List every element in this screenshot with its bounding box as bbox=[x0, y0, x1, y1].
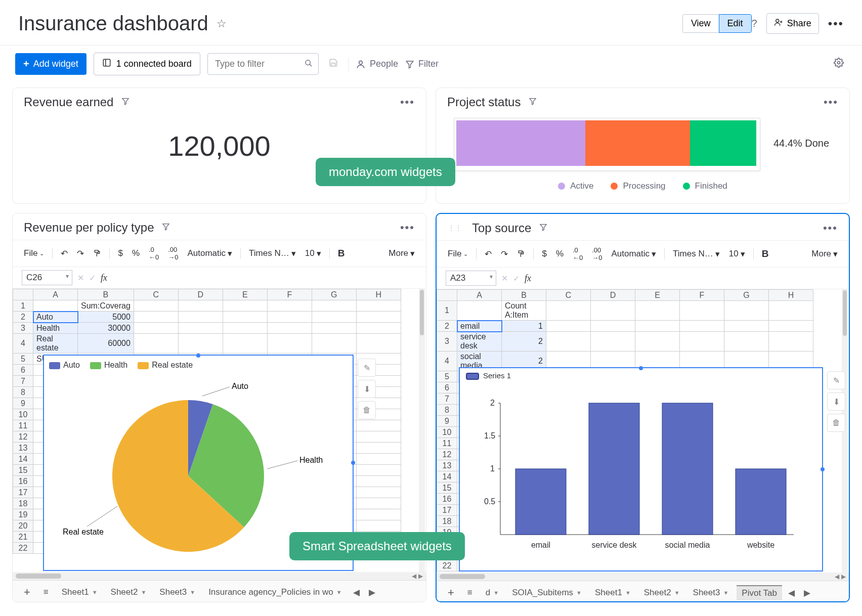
sheet-tab[interactable]: Pivot Tab bbox=[737, 585, 782, 600]
sheet-tab[interactable]: Insurance agency_Policies in wo ▼ bbox=[203, 585, 347, 599]
favorite-star-icon[interactable]: ☆ bbox=[217, 17, 227, 30]
cell[interactable]: 60000 bbox=[78, 334, 134, 354]
funnel-icon[interactable] bbox=[121, 97, 130, 108]
format-paint-icon[interactable] bbox=[91, 248, 103, 259]
sheet-tab[interactable]: Sheet2 ▼ bbox=[639, 586, 685, 600]
resize-handle-icon[interactable] bbox=[351, 461, 355, 465]
undo-icon[interactable]: ↶ bbox=[483, 247, 494, 261]
sheets-menu-icon[interactable]: ≡ bbox=[38, 585, 54, 599]
sheet-tab[interactable]: Sheet3 ▼ bbox=[688, 586, 734, 600]
undo-icon[interactable]: ↶ bbox=[59, 247, 70, 260]
cancel-formula-icon[interactable]: ✕ bbox=[501, 274, 508, 283]
cell[interactable]: 2 bbox=[502, 332, 546, 351]
embedded-bar-chart[interactable]: Series 1 0.5 1 1.5 2 bbox=[459, 367, 823, 571]
redo-icon[interactable]: ↷ bbox=[75, 247, 86, 260]
cell[interactable]: Count A:Item bbox=[502, 301, 546, 321]
cell[interactable]: 1 bbox=[502, 321, 546, 332]
add-widget-button[interactable]: + Add widget bbox=[15, 53, 87, 75]
widget-more-icon[interactable]: ••• bbox=[400, 221, 415, 234]
widget-more-icon[interactable]: ••• bbox=[824, 96, 838, 109]
share-button[interactable]: Share bbox=[766, 13, 819, 34]
cell[interactable]: service desk bbox=[457, 332, 502, 351]
delete-chart-icon[interactable]: 🗑 bbox=[827, 414, 845, 432]
currency-icon[interactable]: $ bbox=[540, 247, 548, 260]
file-menu[interactable]: File ⌄ bbox=[22, 247, 46, 260]
font-select[interactable]: Times N… ▾ bbox=[671, 247, 722, 261]
tabs-scroll-right-icon[interactable]: ▶ bbox=[801, 588, 813, 598]
resize-handle-icon[interactable] bbox=[821, 467, 825, 471]
tabs-scroll-left-icon[interactable]: ◀ bbox=[785, 588, 798, 598]
connected-boards-button[interactable]: 1 connected board bbox=[94, 53, 200, 75]
horizontal-scrollbar[interactable]: ◀▶ bbox=[13, 572, 426, 580]
currency-icon[interactable]: $ bbox=[116, 247, 124, 260]
help-icon[interactable]: ? bbox=[752, 18, 757, 29]
redo-icon[interactable]: ↷ bbox=[499, 247, 510, 261]
font-size-select[interactable]: 10 ▾ bbox=[727, 247, 747, 261]
sheet-tab[interactable]: d ▼ bbox=[481, 586, 504, 600]
sheet-tab[interactable]: SOIA_Subitems ▼ bbox=[507, 586, 587, 600]
font-select[interactable]: Times N… ▾ bbox=[247, 247, 298, 260]
people-button[interactable]: People bbox=[356, 59, 398, 69]
delete-chart-icon[interactable]: 🗑 bbox=[358, 401, 376, 419]
decimal-decrease-icon[interactable]: .0←0 bbox=[147, 244, 161, 262]
settings-gear-icon[interactable] bbox=[831, 55, 847, 73]
funnel-icon[interactable] bbox=[539, 223, 547, 234]
funnel-icon[interactable] bbox=[162, 223, 170, 233]
add-sheet-icon[interactable]: + bbox=[443, 584, 459, 601]
horizontal-scrollbar[interactable]: ◀▶ bbox=[437, 573, 849, 581]
format-paint-icon[interactable] bbox=[515, 248, 527, 259]
funnel-icon[interactable] bbox=[529, 97, 537, 108]
edit-chart-icon[interactable]: ✎ bbox=[827, 371, 845, 389]
resize-handle-icon[interactable] bbox=[196, 354, 200, 358]
accept-formula-icon[interactable]: ✓ bbox=[89, 273, 96, 283]
percent-icon[interactable]: % bbox=[130, 247, 142, 260]
tabs-scroll-left-icon[interactable]: ◀ bbox=[350, 587, 363, 598]
add-sheet-icon[interactable]: + bbox=[19, 584, 35, 601]
vertical-scrollbar[interactable] bbox=[419, 289, 425, 572]
search-icon[interactable] bbox=[305, 59, 313, 69]
tabs-scroll-right-icon[interactable]: ▶ bbox=[366, 587, 378, 598]
sheets-menu-icon[interactable]: ≡ bbox=[462, 586, 478, 600]
cell[interactable]: email bbox=[457, 321, 502, 332]
widget-more-icon[interactable]: ••• bbox=[823, 222, 838, 235]
cell[interactable]: Auto bbox=[33, 312, 78, 323]
bold-icon[interactable]: B bbox=[336, 246, 347, 260]
sheet-tab[interactable]: Sheet1 ▼ bbox=[590, 586, 636, 600]
font-size-select[interactable]: 10 ▾ bbox=[303, 247, 323, 260]
cancel-formula-icon[interactable]: ✕ bbox=[77, 273, 84, 283]
widget-more-icon[interactable]: ••• bbox=[400, 96, 415, 109]
filter-input[interactable] bbox=[207, 53, 319, 75]
sheet-tab[interactable]: Sheet1 ▼ bbox=[57, 585, 103, 599]
more-menu-icon[interactable]: ••• bbox=[828, 17, 844, 31]
cell-reference-input[interactable]: C26 bbox=[22, 270, 72, 285]
cell-reference-input[interactable]: A23 bbox=[446, 271, 496, 286]
resize-handle-icon[interactable] bbox=[639, 366, 643, 370]
cell[interactable]: 5000 bbox=[78, 312, 134, 323]
save-disk-icon[interactable] bbox=[326, 55, 341, 73]
filter-button[interactable]: Filter bbox=[405, 59, 439, 69]
view-mode-button[interactable]: View bbox=[682, 14, 719, 33]
cell[interactable]: Health bbox=[33, 323, 78, 334]
sheet-tab[interactable]: Sheet3 ▼ bbox=[154, 585, 200, 599]
more-menu[interactable]: More ▾ bbox=[386, 247, 417, 260]
decimal-decrease-icon[interactable]: .0←0 bbox=[571, 245, 585, 263]
number-format-select[interactable]: Automatic ▾ bbox=[609, 247, 658, 261]
decimal-increase-icon[interactable]: .00→0 bbox=[166, 244, 180, 262]
edit-chart-icon[interactable]: ✎ bbox=[358, 359, 376, 377]
cell[interactable]: Sum:Coverag bbox=[78, 300, 134, 312]
download-chart-icon[interactable]: ⬇ bbox=[827, 392, 845, 411]
sheet-tab[interactable]: Sheet2 ▼ bbox=[106, 585, 152, 599]
cell[interactable]: 30000 bbox=[78, 323, 134, 334]
spreadsheet-grid[interactable]: ABCDEFGH 1Sum:Coverag 2Auto5000 3Health3… bbox=[13, 289, 426, 572]
bold-icon[interactable]: B bbox=[760, 247, 771, 261]
drag-handle-icon[interactable]: ⋮⋮ bbox=[448, 224, 464, 232]
accept-formula-icon[interactable]: ✓ bbox=[513, 274, 520, 283]
edit-mode-button[interactable]: Edit bbox=[719, 14, 752, 33]
spreadsheet-grid[interactable]: ABCDEFGH 1Count A:Item 2email1 3service … bbox=[437, 289, 849, 573]
file-menu[interactable]: File ⌄ bbox=[446, 247, 470, 260]
number-format-select[interactable]: Automatic ▾ bbox=[185, 247, 234, 260]
decimal-increase-icon[interactable]: .00→0 bbox=[590, 245, 604, 263]
download-chart-icon[interactable]: ⬇ bbox=[358, 380, 376, 398]
cell[interactable]: Real estate bbox=[33, 334, 78, 354]
percent-icon[interactable]: % bbox=[554, 247, 566, 260]
